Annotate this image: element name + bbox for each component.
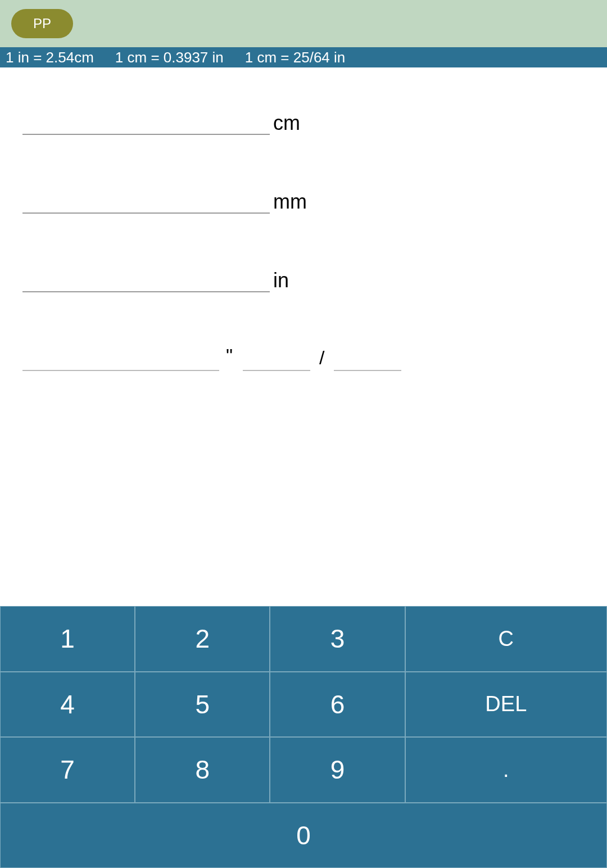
in-unit-label: in bbox=[273, 269, 289, 292]
cm-row: cm bbox=[22, 107, 585, 135]
conv-in-to-cm: 1 in = 2.54cm bbox=[6, 49, 94, 66]
key-8[interactable]: 8 bbox=[135, 737, 270, 803]
key-9[interactable]: 9 bbox=[270, 737, 405, 803]
cm-input[interactable] bbox=[22, 107, 270, 135]
conversion-info-bar: 1 in = 2.54cm 1 cm = 0.3937 in 1 cm = 25… bbox=[0, 47, 607, 67]
key-2[interactable]: 2 bbox=[135, 606, 270, 672]
key-clear[interactable]: C bbox=[405, 606, 607, 672]
key-7[interactable]: 7 bbox=[0, 737, 135, 803]
key-row-3: 7 8 9 . bbox=[0, 737, 607, 803]
fraction-whole-input[interactable] bbox=[22, 343, 219, 371]
conv-cm-to-frac: 1 cm = 25/64 in bbox=[245, 49, 346, 66]
pp-pill[interactable]: PP bbox=[11, 9, 73, 38]
key-del[interactable]: DEL bbox=[405, 672, 607, 738]
key-1[interactable]: 1 bbox=[0, 606, 135, 672]
fraction-numerator-input[interactable] bbox=[243, 343, 310, 371]
mm-row: mm bbox=[22, 186, 585, 214]
key-5[interactable]: 5 bbox=[135, 672, 270, 738]
in-row: in bbox=[22, 264, 585, 292]
top-bar: PP bbox=[0, 0, 607, 47]
key-row-1: 1 2 3 C bbox=[0, 606, 607, 672]
key-0[interactable]: 0 bbox=[0, 803, 607, 869]
pp-pill-label: PP bbox=[33, 16, 51, 31]
keypad: 1 2 3 C 4 5 6 DEL 7 8 9 . 0 bbox=[0, 606, 607, 868]
key-dot[interactable]: . bbox=[405, 737, 607, 803]
inch-quote-symbol: " bbox=[219, 345, 243, 371]
cm-unit-label: cm bbox=[273, 111, 300, 135]
mm-input[interactable] bbox=[22, 186, 270, 214]
key-row-4: 0 bbox=[0, 803, 607, 869]
mm-unit-label: mm bbox=[273, 190, 307, 214]
fraction-slash-symbol: / bbox=[310, 347, 333, 371]
fraction-denominator-input[interactable] bbox=[334, 343, 401, 371]
fields-area: cm mm in " / bbox=[0, 67, 607, 472]
conv-cm-to-in: 1 cm = 0.3937 in bbox=[115, 49, 224, 66]
key-4[interactable]: 4 bbox=[0, 672, 135, 738]
in-input[interactable] bbox=[22, 264, 270, 292]
key-6[interactable]: 6 bbox=[270, 672, 405, 738]
key-row-2: 4 5 6 DEL bbox=[0, 672, 607, 738]
fraction-row: " / bbox=[22, 343, 585, 371]
key-3[interactable]: 3 bbox=[270, 606, 405, 672]
